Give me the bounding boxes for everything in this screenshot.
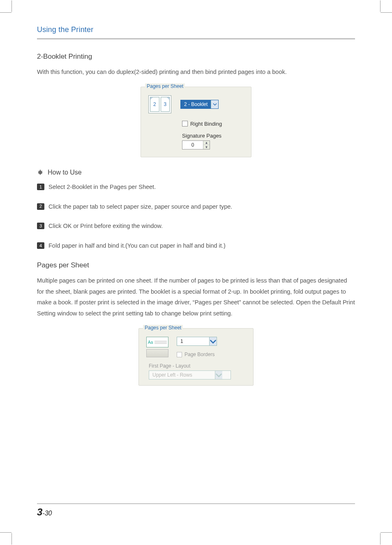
pages-per-sheet-dropdown[interactable]: 2 - Booklet bbox=[180, 100, 219, 109]
step-item: 3 Click OK or Print before exiting the w… bbox=[37, 222, 355, 231]
right-binding-label: Right Binding bbox=[190, 121, 222, 127]
booklet-page-right: 3 bbox=[164, 101, 166, 107]
signature-pages-label: Signature Pages bbox=[182, 133, 244, 139]
page-borders-label: Page Borders bbox=[184, 352, 214, 357]
page-footer: 3-30 bbox=[37, 499, 355, 518]
chevron-down-icon bbox=[209, 337, 217, 345]
step-item: 1 Select 2-Booklet in the Pages per Shee… bbox=[37, 183, 355, 192]
step-number-badge: 1 bbox=[37, 184, 44, 190]
signature-pages-spinner[interactable]: 0 ▲ ▼ bbox=[182, 140, 210, 149]
step-item: 2 Click the paper tab to select paper si… bbox=[37, 202, 355, 212]
right-binding-checkbox[interactable] bbox=[182, 121, 188, 126]
spinner-up-icon[interactable]: ▲ bbox=[203, 141, 210, 145]
section-header: Using the Printer bbox=[37, 25, 355, 39]
signature-pages-value: 0 bbox=[182, 141, 203, 149]
step-number-badge: 4 bbox=[37, 242, 44, 249]
step-item: 4 Fold paper in half and bind it.(You ca… bbox=[37, 241, 355, 251]
step-number-badge: 3 bbox=[37, 223, 44, 229]
pages-preview-icon: Aa bbox=[146, 337, 168, 357]
step-text: Click the paper tab to select paper size… bbox=[48, 202, 232, 212]
page-number: -30 bbox=[42, 510, 52, 517]
page-borders-checkbox[interactable] bbox=[177, 352, 182, 357]
paragraph-booklet-intro: With this function, you can do duplex(2-… bbox=[37, 67, 355, 78]
pages-count-dropdown[interactable]: 1 bbox=[177, 337, 217, 346]
step-text: Fold paper in half and bind it.(You can … bbox=[48, 241, 226, 251]
first-page-layout-dropdown: Upper Left - Rows bbox=[149, 370, 231, 379]
first-page-layout-label: First Page - Layout bbox=[149, 363, 246, 369]
chevron-down-icon bbox=[211, 100, 218, 108]
groupbox-pages-per-sheet-booklet: Pages per Sheet 2 3 2 - Booklet Right Bi… bbox=[141, 87, 251, 157]
groupbox-pages-per-sheet: Pages per Sheet Aa 1 bbox=[138, 328, 254, 386]
groupbox-legend: Pages per Sheet bbox=[143, 325, 183, 331]
step-text: Select 2-Booklet in the Pages per Sheet. bbox=[48, 183, 156, 192]
diamond-bullet-icon bbox=[37, 169, 44, 176]
dropdown-selected-value: Upper Left - Rows bbox=[149, 371, 215, 379]
chapter-number: 3 bbox=[37, 506, 42, 517]
dropdown-selected-value: 2 - Booklet bbox=[181, 100, 211, 108]
heading-pages-per-sheet: Pages per Sheet bbox=[37, 261, 355, 269]
chevron-down-icon bbox=[215, 371, 222, 379]
preview-aa-text: Aa bbox=[148, 340, 153, 345]
step-number-badge: 2 bbox=[37, 203, 44, 210]
spinner-down-icon[interactable]: ▼ bbox=[203, 145, 210, 149]
how-to-use-heading: How to Use bbox=[48, 169, 82, 176]
step-text: Click OK or Print before exiting the win… bbox=[48, 222, 163, 231]
paragraph-pages-per-sheet: Multiple pages can be printed on one she… bbox=[37, 275, 355, 319]
booklet-page-left: 2 bbox=[153, 101, 156, 107]
dropdown-selected-value: 1 bbox=[177, 337, 209, 345]
heading-booklet-printing: 2-Booklet Printing bbox=[37, 53, 355, 61]
booklet-preview-icon: 2 3 bbox=[148, 95, 171, 113]
groupbox-legend: Pages per Sheet bbox=[145, 83, 185, 89]
